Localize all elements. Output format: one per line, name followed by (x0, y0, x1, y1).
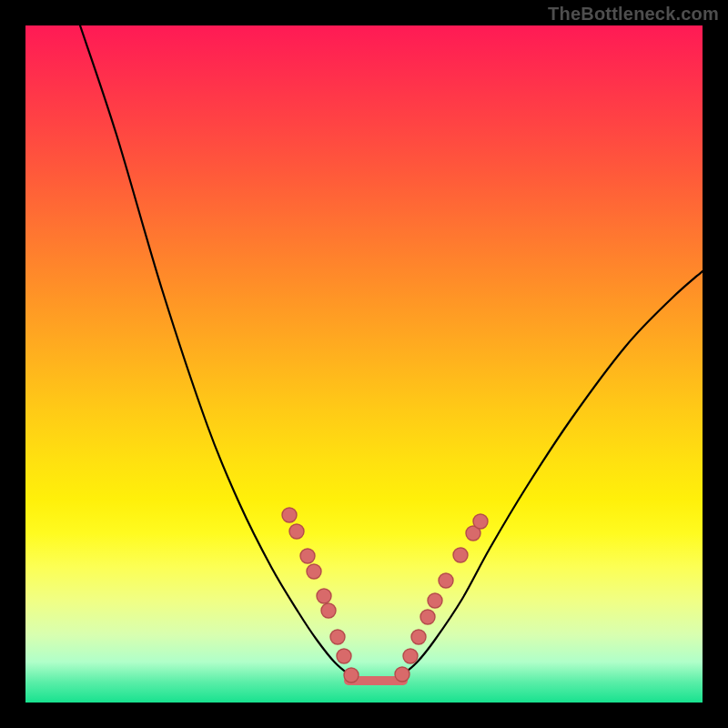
plot-area (25, 25, 703, 703)
data-marker (321, 603, 336, 618)
data-marker (307, 564, 321, 579)
data-marker (453, 548, 468, 562)
data-marker (337, 649, 351, 663)
data-marker (330, 630, 345, 644)
data-marker (439, 573, 453, 588)
data-marker (317, 589, 331, 603)
left-curve (80, 25, 353, 678)
watermark-text: TheBottleneck.com (548, 4, 719, 25)
data-marker (289, 524, 304, 539)
right-curve (399, 271, 703, 678)
data-marker (282, 508, 297, 522)
data-marker (411, 630, 426, 644)
data-marker (473, 514, 488, 529)
chart-frame: TheBottleneck.com (0, 0, 728, 728)
data-marker (395, 667, 410, 682)
data-marker (403, 649, 418, 663)
data-marker (300, 549, 315, 563)
data-marker (428, 593, 442, 608)
data-marker (344, 668, 359, 682)
curve-layer (25, 25, 703, 703)
marker-group (282, 508, 488, 682)
data-marker (420, 610, 435, 624)
